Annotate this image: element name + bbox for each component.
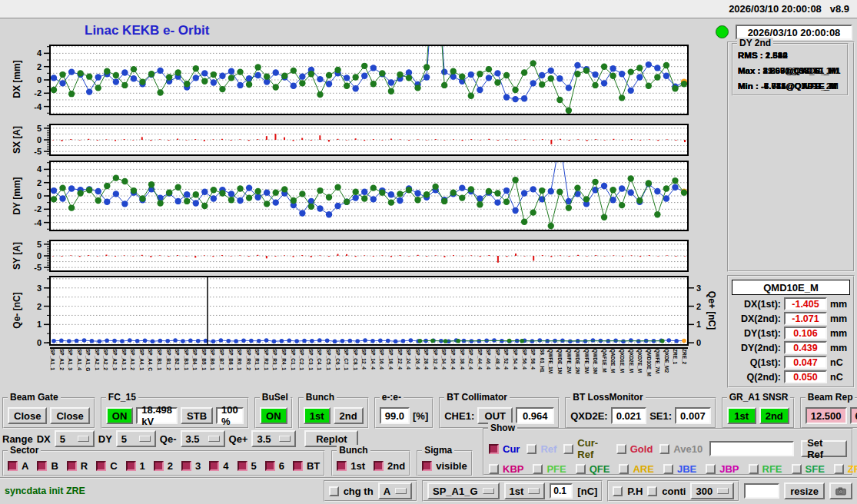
sector-option[interactable]: 6 [265,460,284,472]
stats-frame: DX 1st RMS : 2.514 Max : 19.691@S8_61_H1… [727,41,855,272]
navg-dropdown[interactable]: 300 [690,482,734,499]
show-line-option[interactable]: KBP [489,463,523,475]
svg-text:1: 1 [37,320,42,329]
show-line-option[interactable]: RFE [749,463,782,475]
sector-option[interactable]: 2 [154,460,173,472]
fc15-stb-button[interactable]: STB [181,407,213,424]
show-line-checkbox[interactable] [749,464,759,474]
range-qem-dropdown[interactable]: 3.5 [181,430,225,447]
bpm-label: SP_C2_1 [299,349,304,395]
chg-th-checkbox[interactable] [329,486,339,496]
show-checkbox[interactable] [489,444,499,454]
ref-file-input[interactable] [709,441,794,456]
beam-gate-close-1-button[interactable]: Close [8,407,47,424]
sector-checkbox[interactable] [154,461,164,471]
bpm-label: SP_32_4 [433,349,438,395]
bunch-2nd-button[interactable]: 2nd [334,407,364,424]
show-line-checkbox[interactable] [619,464,629,474]
sp-dropdown[interactable]: SP_A1_G [427,482,500,499]
sigma-visible-checkbox[interactable] [422,461,432,471]
show-option[interactable]: Cur-Ref [563,437,609,460]
sector-option[interactable]: 5 [238,460,257,472]
show-line-checkbox[interactable] [834,464,844,474]
dropdown-indicator-icon [139,436,151,442]
sp-value: SP_A1_G [433,486,478,497]
sector-checkbox[interactable] [37,461,47,471]
dropdown-indicator-icon [717,488,729,494]
che1-out-button[interactable]: OUT [477,407,513,424]
sector-checkbox[interactable] [238,461,247,471]
show-checkbox[interactable] [616,444,626,454]
snapshot-button[interactable] [829,482,852,499]
sector-checkbox[interactable] [8,461,18,471]
bunch-1st-button[interactable]: 1st [304,407,331,424]
busel-on-button[interactable]: ON [260,407,287,424]
show-line-option[interactable]: QFE [576,463,610,475]
show-option[interactable]: Ref [526,437,556,460]
gra1-1st-button[interactable]: 1st [727,407,756,424]
channel-dropdown[interactable]: A [378,482,412,499]
resize-button[interactable]: resize [784,482,825,499]
sector-option[interactable]: 1 [126,460,145,472]
bpm-label: QWDE_2M [575,349,580,395]
show-line-option[interactable]: JBP [706,463,739,475]
show-line-option[interactable]: SFE [792,463,825,475]
sector-checkbox[interactable] [67,461,77,471]
bunch-checkbox[interactable] [374,461,384,471]
show-line-checkbox[interactable] [706,464,716,474]
ph-checkbox[interactable] [613,486,623,496]
bunch-select-caption: Bunch [337,445,370,456]
show-checkbox[interactable] [526,444,536,454]
bunch-option[interactable]: 2nd [374,460,405,472]
show-line-option[interactable]: ARE [619,463,653,475]
show-option[interactable]: Gold [616,437,653,460]
show-checkbox[interactable] [563,444,573,454]
show-line-checkbox[interactable] [576,464,586,474]
sector-option[interactable]: BT [293,460,320,472]
show-line-label: QFE [590,463,610,475]
bunch-dropdown[interactable]: 1st [504,482,546,499]
sector-option[interactable]: 4 [209,460,228,472]
beam-gate-close-2-button[interactable]: Close [50,407,89,424]
show-line-option[interactable]: ZRE [834,463,857,475]
bpm-label: ZRE_1 [673,349,678,395]
sector-option-label: 1 [140,460,145,472]
show-option[interactable]: Cur [489,437,520,460]
show-line-checkbox[interactable] [533,464,543,474]
sector-checkbox[interactable] [126,461,136,471]
show-line-checkbox[interactable] [663,464,673,474]
sector-option[interactable]: 3 [181,460,201,472]
conti-checkbox[interactable] [647,486,657,496]
extra-input[interactable] [744,483,779,499]
show-line-option[interactable]: PFE [533,463,566,475]
sector-checkbox[interactable] [181,461,191,471]
sector-checkbox[interactable] [209,461,219,471]
sigma-visible-option[interactable]: visible [422,460,467,472]
range-qep-dropdown[interactable]: 3.5 [251,430,296,447]
show-option[interactable]: Ave10 [659,437,703,460]
range-dy-dropdown[interactable]: 5 [116,430,156,447]
threshold-input[interactable] [550,483,573,499]
bpm-label: SP_A4_C [148,349,153,395]
show-line-option[interactable]: JBE [663,463,696,475]
bunch-option[interactable]: 1st [337,460,365,472]
sector-checkbox[interactable] [96,461,106,471]
fc15-on-button[interactable]: ON [106,407,134,424]
sector-option[interactable]: B [37,460,58,472]
show-checkbox[interactable] [659,444,669,454]
monitor-row-label: Q(2nd): [732,372,781,383]
sector-option[interactable]: C [96,460,117,472]
show-line-checkbox[interactable] [489,464,499,474]
show-line-checkbox[interactable] [792,464,802,474]
bunch-checkbox[interactable] [337,461,347,471]
sector-option[interactable]: R [67,460,88,472]
bpm-label: SP_A1_G [85,349,91,395]
sigma-caption: Sigma [422,445,454,456]
svg-text:4: 4 [37,48,42,58]
set-ref-button[interactable]: Set Ref [801,440,847,457]
sector-checkbox[interactable] [293,461,303,471]
sector-option[interactable]: A [8,460,28,472]
gra1-2nd-button[interactable]: 2nd [759,407,789,424]
sector-checkbox[interactable] [265,461,275,471]
range-dx-dropdown[interactable]: 5 [55,430,95,447]
